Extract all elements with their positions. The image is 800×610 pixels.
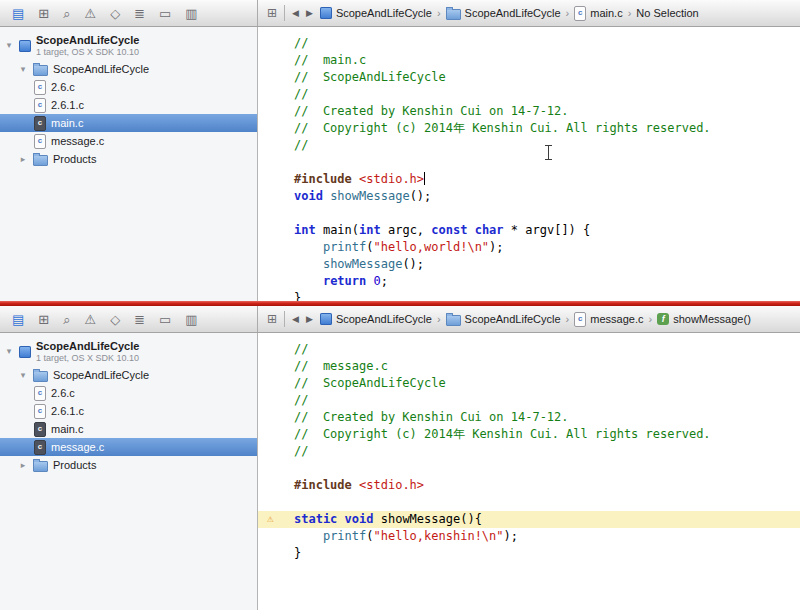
code-line[interactable]: //	[294, 35, 800, 52]
breadcrumb-item[interactable]: ScopeAndLifeCycle	[320, 7, 432, 19]
code-token: // ScopeAndLifeCycle	[294, 70, 446, 84]
back-icon[interactable]: ◀	[292, 9, 299, 18]
sidebar-item-project[interactable]: ▾ScopeAndLifeCycle1 target, OS X SDK 10.…	[0, 31, 257, 60]
test-navigator-icon[interactable]: ◇	[110, 7, 120, 20]
sidebar-item-project[interactable]: ▾ScopeAndLifeCycle1 target, OS X SDK 10.…	[0, 337, 257, 366]
code-line[interactable]: return 0;	[294, 273, 800, 290]
sidebar-item-file[interactable]: cmessage.c	[0, 132, 257, 150]
code-line[interactable]: //	[294, 86, 800, 103]
find-navigator-icon[interactable]: ⌕	[63, 7, 70, 20]
code-line[interactable]	[294, 205, 800, 222]
symbol-navigator-icon[interactable]: ⊞	[38, 313, 49, 326]
breadcrumb-label: main.c	[590, 7, 622, 19]
disclosure-triangle-icon[interactable]: ▾	[4, 347, 14, 356]
code-line[interactable]: printf("hello,world!\n");	[294, 239, 800, 256]
code-token: "hello,kenshin!\n"	[374, 529, 504, 543]
disclosure-triangle-icon[interactable]: ▾	[18, 371, 28, 380]
project-icon	[19, 346, 31, 358]
disclosure-triangle-icon[interactable]: ▸	[18, 155, 28, 164]
code-line[interactable]: // message.c	[294, 358, 800, 375]
report-navigator-icon[interactable]: ▥	[185, 7, 197, 20]
project-navigator-icon[interactable]: ▤	[12, 313, 24, 326]
c-file-icon: c	[34, 80, 46, 95]
breadcrumb-item[interactable]: ScopeAndLifeCycle	[446, 7, 561, 20]
project-navigator-icon[interactable]: ▤	[12, 7, 24, 20]
breadcrumb-item[interactable]: cmessage.c	[574, 312, 643, 327]
code-token: //	[294, 444, 308, 458]
code-line[interactable]: printf("hello,kenshin!\n");	[294, 528, 800, 545]
breadcrumb-item[interactable]: No Selection	[636, 7, 698, 19]
warning-icon[interactable]: ⚠	[267, 512, 274, 526]
code-line[interactable]: //	[294, 443, 800, 460]
source-editor[interactable]: //// message.c// ScopeAndLifeCycle//// C…	[258, 333, 800, 610]
breadcrumb-item[interactable]: ScopeAndLifeCycle	[320, 313, 432, 325]
file-name: message.c	[51, 135, 104, 147]
breakpoint-navigator-icon[interactable]: ▭	[159, 313, 171, 326]
sidebar-item-products[interactable]: ▸Products	[0, 456, 257, 474]
code-line[interactable]: // Created by Kenshin Cui on 14-7-12.	[294, 409, 800, 426]
forward-icon[interactable]: ▶	[306, 315, 313, 324]
c-file-icon: c	[574, 6, 586, 21]
sidebar-item-file[interactable]: c2.6.1.c	[0, 402, 257, 420]
debug-navigator-icon[interactable]: ≣	[134, 7, 145, 20]
debug-navigator-icon[interactable]: ≣	[134, 313, 145, 326]
forward-icon[interactable]: ▶	[306, 9, 313, 18]
breadcrumb-item[interactable]: fshowMessage()	[657, 313, 751, 325]
code-line[interactable]: // ScopeAndLifeCycle	[294, 375, 800, 392]
c-file-icon: c	[34, 440, 46, 455]
code-line[interactable]: // ScopeAndLifeCycle	[294, 69, 800, 86]
code-line[interactable]: //	[294, 341, 800, 358]
breadcrumb-separator: ›	[566, 7, 570, 19]
breadcrumb-label: No Selection	[636, 7, 698, 19]
code-line[interactable]: //	[294, 392, 800, 409]
back-icon[interactable]: ◀	[292, 315, 299, 324]
disclosure-triangle-icon[interactable]: ▾	[4, 41, 14, 50]
test-navigator-icon[interactable]: ◇	[110, 313, 120, 326]
sidebar-item-group[interactable]: ▾ScopeAndLifeCycle	[0, 366, 257, 384]
code-line[interactable]: //	[294, 137, 800, 154]
breakpoint-navigator-icon[interactable]: ▭	[159, 7, 171, 20]
code-line[interactable]: // main.c	[294, 52, 800, 69]
sidebar-item-file[interactable]: c2.6.c	[0, 384, 257, 402]
issue-navigator-icon[interactable]: ⚠	[84, 7, 96, 20]
code-line[interactable]: int main(int argc, const char * argv[]) …	[294, 222, 800, 239]
code-token: // ScopeAndLifeCycle	[294, 376, 446, 390]
code-line[interactable]: ⚠static void showMessage(){	[258, 511, 800, 528]
breadcrumb-item[interactable]: cmain.c	[574, 6, 622, 21]
code-token: //	[294, 87, 308, 101]
code-line[interactable]: #include <stdio.h>	[294, 171, 800, 188]
code-line[interactable]: showMessage();	[294, 256, 800, 273]
code-token: int	[294, 223, 316, 237]
related-items-icon[interactable]: ⊞	[267, 7, 277, 19]
sidebar-item-products[interactable]: ▸Products	[0, 150, 257, 168]
symbol-navigator-icon[interactable]: ⊞	[38, 7, 49, 20]
breadcrumb-item[interactable]: ScopeAndLifeCycle	[446, 313, 561, 326]
c-file-icon: c	[34, 98, 46, 113]
code-line[interactable]: // Copyright (c) 2014年 Kenshin Cui. All …	[294, 426, 800, 443]
code-line[interactable]: #include <stdio.h>	[294, 477, 800, 494]
code-line[interactable]: // Created by Kenshin Cui on 14-7-12.	[294, 103, 800, 120]
sidebar-item-file[interactable]: c2.6.c	[0, 78, 257, 96]
report-navigator-icon[interactable]: ▥	[185, 313, 197, 326]
breadcrumb-label: ScopeAndLifeCycle	[465, 7, 561, 19]
code-line[interactable]	[294, 154, 800, 171]
related-items-icon[interactable]: ⊞	[267, 313, 277, 325]
issue-navigator-icon[interactable]: ⚠	[84, 313, 96, 326]
folder-icon	[33, 461, 48, 472]
code-line[interactable]	[294, 494, 800, 511]
file-name: 2.6.1.c	[51, 405, 84, 417]
sidebar-item-file[interactable]: c2.6.1.c	[0, 96, 257, 114]
sidebar-item-file[interactable]: cmain.c	[0, 420, 257, 438]
disclosure-triangle-icon[interactable]: ▸	[18, 461, 28, 470]
disclosure-triangle-icon[interactable]: ▾	[18, 65, 28, 74]
sidebar-item-file[interactable]: cmain.c	[0, 114, 257, 132]
code-line[interactable]: void showMessage();	[294, 188, 800, 205]
code-line[interactable]: // Copyright (c) 2014年 Kenshin Cui. All …	[294, 120, 800, 137]
code-line[interactable]	[294, 460, 800, 477]
source-editor[interactable]: //// main.c// ScopeAndLifeCycle//// Crea…	[258, 27, 800, 301]
sidebar-item-group[interactable]: ▾ScopeAndLifeCycle	[0, 60, 257, 78]
find-navigator-icon[interactable]: ⌕	[63, 313, 70, 326]
code-line[interactable]: }	[294, 545, 800, 562]
sidebar-item-file[interactable]: cmessage.c	[0, 438, 257, 456]
code-line[interactable]: }	[294, 290, 800, 301]
